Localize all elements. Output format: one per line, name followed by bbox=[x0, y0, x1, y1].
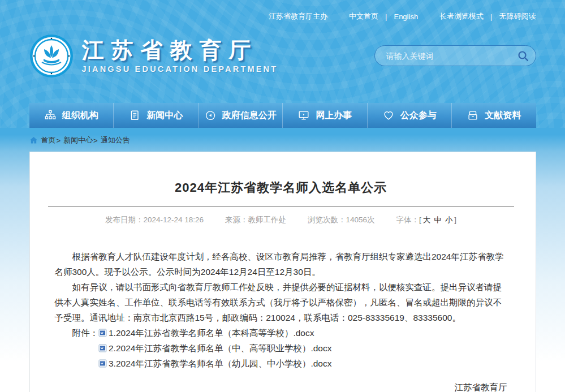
nav-label: 新闻中心 bbox=[146, 110, 183, 122]
chinese-home-link[interactable]: 中文首页 bbox=[349, 11, 378, 21]
site-search bbox=[374, 45, 536, 66]
nav-item-online-services[interactable]: 网上办事 bbox=[283, 103, 368, 128]
nav-item-public-participation[interactable]: 公众参与 bbox=[368, 103, 452, 128]
breadcrumb-separator: > bbox=[57, 136, 61, 145]
doc-file-icon bbox=[98, 344, 107, 352]
font-size-switcher: 字体：[大中小] bbox=[396, 215, 457, 225]
search-input[interactable] bbox=[385, 51, 515, 61]
site-title: 江苏省教育厅 bbox=[82, 38, 278, 63]
elder-mode-link[interactable]: 长者浏览模式 bbox=[439, 11, 484, 21]
article-body: 根据省教育人才队伍建设年度计划，经各高校、设区市教育局推荐，省教育厅组织专家遴选… bbox=[55, 249, 507, 371]
nav-label: 文献资料 bbox=[485, 110, 521, 122]
article-meta: 发布日期：2024-12-24 18:26 来源：教师工作处 浏览次数：1405… bbox=[55, 215, 507, 225]
source: 来源：教师工作处 bbox=[225, 215, 286, 225]
divider: | bbox=[385, 12, 387, 21]
heart-icon bbox=[382, 109, 395, 122]
home-icon bbox=[29, 136, 38, 144]
divider: | bbox=[490, 12, 492, 21]
font-size-label: 字体： bbox=[396, 216, 420, 224]
documents-icon bbox=[467, 109, 479, 122]
nav-item-government-info[interactable]: 政府信息公开 bbox=[199, 103, 283, 128]
font-size-large-button[interactable]: 大 bbox=[423, 216, 431, 224]
attachment-link[interactable]: 2.2024年江苏省教学名师名单（中、高等职业学校）.docx bbox=[98, 341, 331, 356]
font-size-medium-button[interactable]: 中 bbox=[434, 216, 442, 224]
main-navigation: 组织机构 新闻中心 政府信息公开 bbox=[29, 103, 536, 128]
org-chart-icon bbox=[44, 109, 57, 122]
article-panel: 2024年江苏省教学名师入选名单公示 发布日期：2024-12-24 18:26… bbox=[29, 152, 536, 392]
nav-item-organization[interactable]: 组织机构 bbox=[29, 103, 114, 128]
attachment-link[interactable]: 3.2024年江苏省教学名师名单（幼儿园、中小学校）.docx bbox=[98, 356, 331, 371]
site-logo[interactable]: 江苏省教育厅 JIANGSU EDUCATION DEPARTMENT bbox=[29, 34, 278, 78]
article-signature: 江苏省教育厅 2024年12月24日 bbox=[55, 379, 507, 392]
nav-label: 网上办事 bbox=[316, 110, 352, 122]
nav-label: 公众参与 bbox=[400, 110, 437, 122]
online-services-icon bbox=[297, 109, 310, 122]
attachment-name: 3.2024年江苏省教学名师名单（幼儿园、中小学校）.docx bbox=[109, 356, 331, 371]
doc-file-icon bbox=[98, 329, 107, 337]
doc-file-icon bbox=[98, 359, 107, 368]
site-subtitle: JIANGSU EDUCATION DEPARTMENT bbox=[82, 64, 278, 74]
site-header: 江苏省教育厅主办 中文首页 | English 长者浏览模式 | 无障碍阅读 bbox=[0, 0, 565, 128]
nav-item-news-center[interactable]: 新闻中心 bbox=[114, 103, 199, 128]
search-icon bbox=[516, 49, 530, 63]
bracket: ] bbox=[454, 216, 456, 224]
attachment-name: 1.2024年江苏省教学名师名单（本科高等学校）.docx bbox=[109, 325, 314, 341]
breadcrumb: 首页 > 新闻中心 > 通知公告 bbox=[29, 135, 536, 145]
article-title: 2024年江苏省教学名师入选名单公示 bbox=[55, 179, 507, 196]
attachment-name: 2.2024年江苏省教学名师名单（中、高等职业学校）.docx bbox=[109, 341, 331, 356]
site-title-block: 江苏省教育厅 JIANGSU EDUCATION DEPARTMENT bbox=[82, 38, 278, 74]
attachments-section: 附件： 1.2024年江苏省教学名师名单（本科高等学校）.docx bbox=[55, 325, 507, 371]
info-disclosure-icon bbox=[204, 109, 217, 122]
nav-label: 组织机构 bbox=[62, 110, 98, 122]
paragraph: 如有异议，请以书面形式向省教育厅教师工作处反映，并提供必要的证据材料，以便核实查… bbox=[55, 279, 507, 325]
attachments-list: 1.2024年江苏省教学名师名单（本科高等学校）.docx 2.2024年江苏省… bbox=[98, 325, 331, 371]
department-emblem-icon bbox=[29, 34, 74, 78]
search-button[interactable] bbox=[515, 48, 531, 64]
publish-date: 发布日期：2024-12-24 18:26 bbox=[105, 215, 204, 225]
nav-label: 政府信息公开 bbox=[222, 110, 277, 122]
breadcrumb-separator: > bbox=[93, 136, 98, 145]
brand-row: 江苏省教育厅 JIANGSU EDUCATION DEPARTMENT bbox=[29, 34, 536, 78]
view-count: 浏览次数：14056次 bbox=[308, 215, 375, 225]
top-utility-bar: 江苏省教育厅主办 中文首页 | English 长者浏览模式 | 无障碍阅读 bbox=[29, 0, 536, 21]
title-divider bbox=[48, 206, 514, 206]
paragraph: 根据省教育人才队伍建设年度计划，经各高校、设区市教育局推荐，省教育厅组织专家遴选… bbox=[55, 249, 507, 279]
bracket: [ bbox=[419, 216, 421, 224]
signing-department: 江苏省教育厅 bbox=[55, 379, 507, 392]
sponsor-link[interactable]: 江苏省教育厅主办 bbox=[269, 11, 327, 21]
accessibility-link[interactable]: 无障碍阅读 bbox=[499, 11, 536, 21]
font-size-small-button[interactable]: 小 bbox=[445, 216, 453, 224]
attachment-link[interactable]: 1.2024年江苏省教学名师名单（本科高等学校）.docx bbox=[98, 325, 331, 341]
breadcrumb-item-notices[interactable]: 通知公告 bbox=[101, 135, 130, 145]
english-link[interactable]: English bbox=[394, 12, 418, 21]
breadcrumb-item-home[interactable]: 首页 bbox=[41, 135, 56, 145]
breadcrumb-item-news[interactable]: 新闻中心 bbox=[63, 135, 93, 145]
nav-item-documents[interactable]: 文献资料 bbox=[452, 103, 536, 128]
attachments-label: 附件： bbox=[72, 325, 99, 371]
news-icon bbox=[128, 109, 141, 122]
